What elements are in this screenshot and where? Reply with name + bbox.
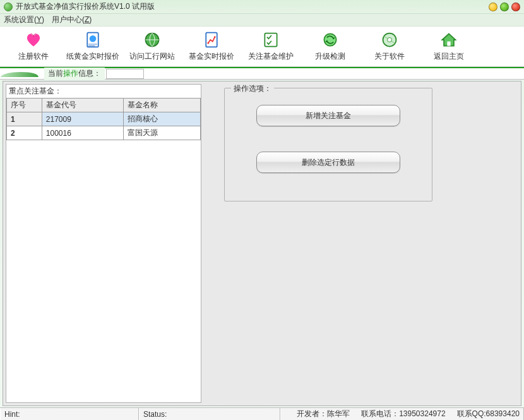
globe-icon xyxy=(143,31,161,49)
svg-point-7 xyxy=(324,33,336,45)
maximize-button[interactable] xyxy=(500,3,509,11)
table-header-row: 序号 基金代号 基金名称 xyxy=(7,99,201,112)
col-seq[interactable]: 序号 xyxy=(7,99,42,112)
cell-code: 217009 xyxy=(42,112,123,126)
document-chart-icon xyxy=(203,31,220,49)
table-row[interactable]: 2 100016 富国天源 xyxy=(7,126,201,140)
status-credits: 开发者：陈华军 联系电话：13950324972 联系QQ:68393420 xyxy=(280,408,524,420)
cell-seq: 1 xyxy=(7,112,42,126)
menubar: 系统设置(Y) 用户中心(Z) xyxy=(0,14,524,27)
toolbar-upgrade-check[interactable]: 升级检测 xyxy=(302,28,359,64)
toolbar: 注册软件 纸黄金实时报价 访问工行网站 基金实时报价 关注基金维护 升级检测 关… xyxy=(0,27,524,67)
decorative-swoosh-icon xyxy=(0,68,44,80)
menu-user-center[interactable]: 用户中心(Z) xyxy=(52,15,92,25)
toolbar-about[interactable]: 关于软件 xyxy=(361,28,418,64)
main-window: 开放式基金净值实行报价系统V1.0 试用版 系统设置(Y) 用户中心(Z) 注册… xyxy=(0,0,524,420)
qq-label: 联系QQ:68393420 xyxy=(457,409,520,419)
phone-label: 联系电话：13950324972 xyxy=(361,409,445,419)
svg-rect-3 xyxy=(206,33,217,47)
svg-point-1 xyxy=(90,35,97,42)
developer-label: 开发者：陈华军 xyxy=(297,409,350,419)
groupbox-legend: 操作选项： xyxy=(231,83,274,94)
delete-row-button[interactable]: 删除选定行数据 xyxy=(256,152,400,173)
toolbar-visit-icbc[interactable]: 访问工行网站 xyxy=(124,28,181,64)
toolbar-register[interactable]: 注册软件 xyxy=(5,28,62,64)
home-icon xyxy=(440,31,458,49)
cell-name: 富国天源 xyxy=(123,126,200,140)
current-op-value xyxy=(106,69,144,79)
status-status: Status: xyxy=(139,408,280,420)
svg-point-4 xyxy=(207,42,209,44)
content-area: 重点关注基金： 序号 基金代号 基金名称 1 217009 招商核心 xyxy=(3,81,521,406)
cell-code: 100016 xyxy=(42,126,123,140)
operation-pane: 操作选项： 新增关注基金 删除选定行数据 xyxy=(204,84,518,403)
col-code[interactable]: 基金代号 xyxy=(42,99,123,112)
toolbar-gold-quote[interactable]: 纸黄金实时报价 xyxy=(64,28,121,64)
toolbar-fund-maintain[interactable]: 关注基金维护 xyxy=(242,28,299,64)
table-row[interactable]: 1 217009 招商核心 xyxy=(7,112,201,126)
toolbar-home[interactable]: 返回主页 xyxy=(420,28,477,64)
current-op-label: 当前操作信息： xyxy=(44,68,105,80)
fund-list-title: 重点关注基金： xyxy=(6,85,201,98)
toolbar-fund-quote[interactable]: 基金实时报价 xyxy=(183,28,240,64)
svg-rect-10 xyxy=(447,42,450,46)
refresh-globe-icon xyxy=(321,31,339,49)
minimize-button[interactable] xyxy=(489,3,497,11)
cell-seq: 2 xyxy=(7,126,42,140)
disc-icon xyxy=(381,31,398,49)
operation-groupbox: 操作选项： 新增关注基金 删除选定行数据 xyxy=(224,88,432,201)
statusbar: Hint: Status: 开发者：陈华军 联系电话：13950324972 联… xyxy=(0,407,524,420)
cell-name: 招商核心 xyxy=(123,112,200,126)
svg-point-5 xyxy=(214,36,216,38)
window-title: 开放式基金净值实行报价系统V1.0 试用版 xyxy=(16,1,489,12)
window-controls xyxy=(489,3,520,11)
info-strip: 当前操作信息： xyxy=(0,67,524,80)
col-name[interactable]: 基金名称 xyxy=(123,99,200,112)
fund-list-pane: 重点关注基金： 序号 基金代号 基金名称 1 217009 招商核心 xyxy=(6,84,201,403)
app-icon xyxy=(4,3,13,11)
menu-system-settings[interactable]: 系统设置(Y) xyxy=(4,15,44,25)
checklist-icon xyxy=(262,31,280,49)
status-hint: Hint: xyxy=(0,408,139,420)
close-button[interactable] xyxy=(511,3,520,11)
fund-table[interactable]: 序号 基金代号 基金名称 1 217009 招商核心 2 100016 富国天源 xyxy=(6,98,201,140)
titlebar[interactable]: 开放式基金净值实行报价系统V1.0 试用版 xyxy=(0,0,524,14)
heart-icon xyxy=(25,31,42,49)
svg-rect-6 xyxy=(265,33,277,47)
add-fund-button[interactable]: 新增关注基金 xyxy=(256,105,400,126)
document-money-icon xyxy=(84,31,102,49)
